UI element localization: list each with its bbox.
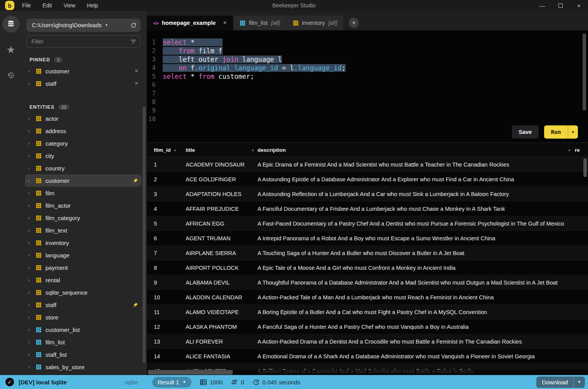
entity-item-inventory[interactable]: ›inventory xyxy=(25,236,141,249)
cell-description[interactable]: A Astounding Epistle of a Database Admin… xyxy=(257,176,575,182)
download-label[interactable]: Download xyxy=(536,377,573,388)
hscroll-thumb[interactable] xyxy=(148,370,233,375)
run-options-caret-icon[interactable]: ▼ xyxy=(568,125,578,139)
expand-chevron-icon[interactable]: › xyxy=(28,302,32,308)
entity-item-language[interactable]: ›language xyxy=(25,249,141,261)
entity-item-film_list[interactable]: ›film_list xyxy=(25,336,141,348)
entity-item-country[interactable]: ›country xyxy=(25,162,141,174)
cell-description[interactable]: A Fanciful Documentary of a Frisbee And … xyxy=(257,206,575,212)
cell-film-id[interactable]: 5 xyxy=(147,221,186,227)
expand-chevron-icon[interactable]: › xyxy=(28,80,32,87)
cell-title[interactable]: ACADEMY DINOSAUR xyxy=(186,162,257,168)
cell-description[interactable]: A Action-Packed Drama of a Dentist And a… xyxy=(257,339,575,345)
cell-title[interactable]: AGENT TRUMAN xyxy=(186,235,257,241)
cell-title[interactable]: ALADDIN CALENDAR xyxy=(186,294,257,300)
sidebar-scrollbar[interactable] xyxy=(143,107,146,363)
connection-dropdown[interactable]: C:\Users\ghstng\Downloads ▼ xyxy=(26,19,141,32)
pin-icon[interactable] xyxy=(132,178,138,184)
entity-item-film[interactable]: ›film xyxy=(25,187,141,199)
entity-item-address[interactable]: ›address xyxy=(25,125,141,137)
cell-description[interactable]: A Astounding Reflection of a Lumberjack … xyxy=(257,191,575,197)
table-row[interactable]: 4AFFAIR PREJUDICEA Fanciful Documentary … xyxy=(147,201,588,216)
table-row[interactable]: 11ALAMO VIDEOTAPEA Boring Epistle of a B… xyxy=(147,305,588,320)
column-header-overflow[interactable]: re xyxy=(575,147,588,153)
table-row[interactable]: 6AGENT TRUMANA Intrepid Panorama of a Ro… xyxy=(147,231,588,246)
table-row[interactable]: 12ALASKA PHANTOMA Fanciful Saga of a Hun… xyxy=(147,320,588,334)
maximize-icon[interactable] xyxy=(551,0,570,11)
pinned-item-customer[interactable]: ›customer× xyxy=(25,65,141,77)
entity-item-actor[interactable]: ›actor xyxy=(25,112,141,125)
entity-item-rental[interactable]: ›rental xyxy=(25,274,141,286)
table-row[interactable]: 8AIRPORT POLLOCKA Epic Tale of a Moose A… xyxy=(147,260,588,275)
table-row[interactable]: 10ALADDIN CALENDARA Action-Packed Tale o… xyxy=(147,290,588,305)
cell-description[interactable]: A Boring Epistle of a Butler And a Cat w… xyxy=(257,309,575,315)
menu-help[interactable]: Help xyxy=(87,2,98,9)
editor-scrollbar[interactable] xyxy=(583,33,586,110)
entity-item-film_actor[interactable]: ›film_actor xyxy=(25,199,141,212)
expand-chevron-icon[interactable]: › xyxy=(28,128,32,134)
cell-film-id[interactable]: 13 xyxy=(147,339,186,345)
sql-editor[interactable]: 12345678910 select * from film f left ou… xyxy=(147,30,588,143)
cell-film-id[interactable]: 10 xyxy=(147,294,186,300)
menu-file[interactable]: File xyxy=(22,2,31,9)
menu-edit[interactable]: Edit xyxy=(43,2,52,9)
column-header-film-id[interactable]: film_id ▲ xyxy=(147,147,186,153)
expand-chevron-icon[interactable]: › xyxy=(28,364,32,370)
entity-item-payment[interactable]: ›payment xyxy=(25,261,141,274)
expand-chevron-icon[interactable]: › xyxy=(28,215,32,221)
download-button[interactable]: Download ▼ xyxy=(536,377,585,388)
table-row[interactable]: 3ADAPTATION HOLESA Astounding Reflection… xyxy=(147,187,588,201)
expand-chevron-icon[interactable]: › xyxy=(28,177,32,184)
cell-film-id[interactable]: 1 xyxy=(147,162,186,168)
expand-chevron-icon[interactable]: › xyxy=(28,240,32,246)
cell-film-id[interactable]: 9 xyxy=(147,280,186,286)
expand-chevron-icon[interactable]: › xyxy=(28,351,32,358)
cell-title[interactable]: AFRICAN EGG xyxy=(186,221,257,227)
entity-item-staff[interactable]: ›staff xyxy=(25,299,141,311)
cell-title[interactable]: ACE GOLDFINGER xyxy=(186,176,257,182)
table-row[interactable]: 1ACADEMY DINOSAURA Epic Drama of a Femin… xyxy=(147,157,588,172)
cell-description[interactable]: A Fanciful Saga of a Hunter And a Pastry… xyxy=(257,324,575,330)
entity-item-film_category[interactable]: ›film_category xyxy=(25,212,141,224)
expand-chevron-icon[interactable]: › xyxy=(28,314,32,320)
expand-chevron-icon[interactable]: › xyxy=(28,264,32,271)
pinned-item-staff[interactable]: ›staff× xyxy=(25,77,141,90)
expand-chevron-icon[interactable]: › xyxy=(28,153,32,159)
filter-icon[interactable] xyxy=(130,39,136,44)
cell-film-id[interactable]: 3 xyxy=(147,191,186,197)
tab-inventory[interactable]: inventory[all] xyxy=(286,16,343,30)
cell-film-id[interactable]: 8 xyxy=(147,265,186,271)
minimize-icon[interactable]: — xyxy=(533,0,551,11)
expand-chevron-icon[interactable]: › xyxy=(28,252,32,258)
column-header-description[interactable]: description ▲ xyxy=(257,147,575,153)
connections-tab-button[interactable] xyxy=(2,16,19,33)
tab-film_list[interactable]: film_list[all] xyxy=(233,16,286,30)
run-button[interactable]: Run ▼ xyxy=(544,125,578,139)
cell-description[interactable]: A Intrepid Panorama of a Robot And a Boy… xyxy=(257,235,575,241)
cell-description[interactable]: A Epic Tale of a Moose And a Girl who mu… xyxy=(257,265,575,271)
table-row[interactable]: 13ALI FOREVERA Action-Packed Drama of a … xyxy=(147,334,588,349)
save-button[interactable]: Save xyxy=(512,125,539,139)
expand-chevron-icon[interactable]: › xyxy=(28,326,32,333)
cell-film-id[interactable]: 2 xyxy=(147,176,186,182)
refresh-button[interactable] xyxy=(130,22,137,28)
cell-film-id[interactable]: 12 xyxy=(147,324,186,330)
cell-description[interactable]: A Emotional Drama of a A Shark And a Dat… xyxy=(257,353,575,359)
cell-title[interactable]: AIRPORT POLLOCK xyxy=(186,265,257,271)
download-options-caret-icon[interactable]: ▼ xyxy=(574,377,585,388)
filter-input[interactable] xyxy=(31,38,130,45)
expand-chevron-icon[interactable]: › xyxy=(28,165,32,171)
favorites-tab-button[interactable]: ★ xyxy=(2,41,19,58)
cell-title[interactable]: AFFAIR PREJUDICE xyxy=(186,206,257,212)
history-tab-button[interactable] xyxy=(2,67,19,84)
cell-description[interactable]: A Touching Saga of a Hunter And a Butler… xyxy=(257,250,575,256)
entity-item-customer[interactable]: ›customer xyxy=(25,174,141,187)
menu-view[interactable]: View xyxy=(64,2,75,9)
cell-description[interactable]: A Fast-Paced Documentary of a Pastry Che… xyxy=(257,221,575,227)
run-label[interactable]: Run xyxy=(544,125,567,139)
new-tab-button[interactable]: + xyxy=(349,18,359,28)
cell-description[interactable]: A Action-Packed Tale of a Man And a Lumb… xyxy=(257,294,575,300)
expand-chevron-icon[interactable]: › xyxy=(28,339,32,345)
entity-item-city[interactable]: ›city xyxy=(25,149,141,162)
expand-chevron-icon[interactable]: › xyxy=(28,68,32,74)
